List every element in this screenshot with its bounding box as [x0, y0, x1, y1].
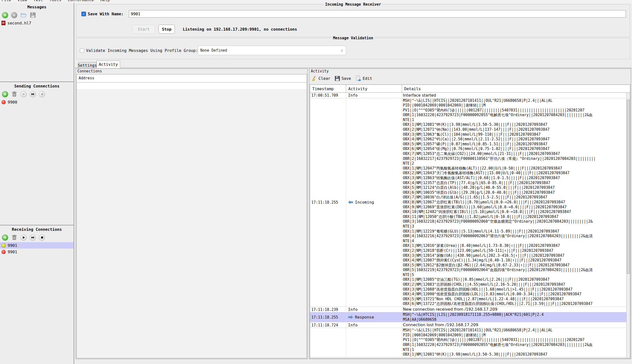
- details-cell: Interface started: [402, 92, 630, 98]
- connection-status-icon: [2, 244, 6, 248]
- details-line: OBX|3|NM|12014^尿酸(UA)||438.90|μmol/L|202…: [402, 253, 630, 258]
- receiving-connection-item[interactable]: 9901: [0, 242, 74, 248]
- hl7-file-icon: H7: [2, 21, 6, 25]
- details-line: NTE|1: [402, 348, 630, 352]
- open-folder-icon[interactable]: [20, 12, 27, 18]
- activity-cell: Incoming: [346, 98, 402, 307]
- activity-row[interactable]: 17:11:18.255ResponseMSH|^~\&|HTCIS||LIS|…: [310, 312, 630, 322]
- sending-connection-item[interactable]: 9900: [0, 99, 74, 105]
- activity-row[interactable]: 17:11:18.239InfoNew connection received …: [310, 307, 630, 312]
- tab-activity[interactable]: Activity: [97, 60, 120, 68]
- stop-connection-icon[interactable]: [39, 91, 45, 97]
- details-line: OBX|7|NM|10036^白/球比值(A/G)||1.65||1.5-2.5…: [402, 195, 630, 200]
- activity-type-label: Response: [355, 315, 374, 320]
- save-with-name-label: Save With Name:: [88, 12, 124, 16]
- activity-row[interactable]: 17:00:51.709InfoInterface started: [310, 92, 630, 98]
- validation-row: Validate Incoming Messages Using Profile…: [80, 46, 627, 55]
- timestamp-cell: 17:00:51.709: [310, 92, 346, 98]
- menu-item-help[interactable]: Help: [100, 0, 110, 2]
- stop-receiver-icon[interactable]: [39, 234, 45, 241]
- details-line: OBX|1|NM|12219^葡萄糖(GLU)||5.13|mmol/L|4.1…: [402, 229, 630, 234]
- menu-item-tools[interactable]: Tools: [50, 0, 61, 2]
- message-file-item[interactable]: H7second.hl7: [0, 20, 74, 26]
- messages-toolbar: + ✕: [0, 10, 74, 20]
- activity-cell: Info: [346, 307, 402, 312]
- tab-settings[interactable]: Settings: [78, 62, 97, 68]
- menu-item-file[interactable]: File: [2, 0, 11, 2]
- connections-pane-title: Connections: [76, 69, 307, 74]
- details-line: MSH|^~\&|LIS||HTCIS||20201207101411||OUL…: [402, 98, 630, 103]
- vertical-scrollbar[interactable]: [626, 93, 630, 358]
- details-line: OBX|11|NM|12050^总胆汁酸(TBA)||1.82|μmol/L|0…: [402, 214, 630, 220]
- details-line: OBX|5|NM|12012^β2微球蛋白(β2-MG)||2.64|mg/L|…: [402, 263, 630, 268]
- timestamp-cell: [310, 328, 346, 357]
- edit-document-icon: [356, 76, 361, 81]
- clear-button[interactable]: Clear: [311, 76, 330, 81]
- menu-item-test[interactable]: Test: [33, 0, 43, 2]
- listening-status-text: Listening on 192.168.17.209:9901, no con…: [183, 27, 297, 32]
- details-line: OBR|4|16032216|4237929723|F00000092063^肾…: [402, 234, 630, 239]
- messages-panel-title: Messages: [0, 3, 74, 10]
- details-cell: MSH|^~\&|LIS||HTCIS||20201207101411||OUL…: [402, 98, 630, 307]
- details-line: OBX|10|NM|12482^间接胆红素(IBil)||5.10|μmol/L…: [402, 210, 630, 214]
- start-all-receivers-icon[interactable]: [30, 234, 36, 241]
- trash-icon[interactable]: [11, 234, 18, 241]
- add-message-icon[interactable]: +: [2, 12, 8, 18]
- connection-status-icon: [2, 250, 6, 254]
- receiving-connection-item[interactable]: 9901: [0, 248, 74, 255]
- connections-pane: Connections Address: [76, 68, 308, 359]
- details-column-header[interactable]: Details: [402, 85, 630, 92]
- add-connection-icon[interactable]: +: [2, 91, 8, 97]
- sidebar: Messages + ✕ H7second.hl7 Sending Connec…: [0, 3, 74, 364]
- tab-content: Connections Address Activity Clear: [75, 68, 632, 360]
- activity-row[interactable]: 17:11:18.255IncomingMSH|^~\&|LIS||HTCIS|…: [310, 98, 630, 307]
- details-line: OBX|3|NM|12863^转氨酶比值(AST/ALT)||0.68||1.0…: [402, 176, 630, 181]
- group-title: Message Validation: [332, 36, 375, 40]
- start-stop-row: Start Stop Listening on 192.168.17.209:9…: [132, 24, 297, 34]
- start-receiver-icon[interactable]: [21, 234, 27, 241]
- stop-button[interactable]: Stop: [159, 25, 175, 34]
- chevron-down-icon: ∨: [341, 48, 343, 53]
- address-column-header[interactable]: Address: [77, 74, 307, 82]
- activity-cell: Info: [346, 322, 402, 328]
- start-all-connections-icon[interactable]: [30, 91, 36, 97]
- list-item-label: second.hl7: [8, 21, 31, 26]
- details-line: OBX|3|NM|12063^氯(Cl)||104|mmol/L|99-110|…: [402, 132, 630, 137]
- details-line: OBX|2|NM|12018^肌酐(Cr)||123.00|μmol/L|59-…: [402, 248, 630, 253]
- sending-connections-title: Sending Connections: [0, 82, 74, 88]
- start-button[interactable]: Start: [132, 25, 155, 34]
- details-line: OBX|2|NM|12071^钠(Na)||143.00|mmol/L|137-…: [402, 127, 630, 132]
- activity-row[interactable]: 17:11:18.724InfoConnection lost from /19…: [310, 322, 630, 328]
- details-line: OBX|2|NM|12083^总胆固醇(CHOL)||4.55|mmol/L|2…: [402, 282, 630, 287]
- menu-item-conformance[interactable]: Conformance: [68, 0, 94, 2]
- save-name-input[interactable]: [129, 10, 626, 18]
- start-connection-icon[interactable]: [21, 91, 27, 97]
- receiving-connections-panel: Receiving Connections + 99019901: [0, 225, 74, 255]
- details-cell: Connection lost from /192.168.17.209: [402, 322, 630, 328]
- details-line: OBX|6|NM|10035^球蛋白(Glb)||29.20|g/L|20.0-…: [402, 190, 630, 195]
- scrollbar-thumb[interactable]: [627, 100, 630, 274]
- details-line: MSA|AA|U6680658: [402, 317, 630, 322]
- details-cell: MSH|^~\&|HTCIS||LIS||20230918171118.255+…: [402, 312, 630, 322]
- trash-icon[interactable]: [11, 91, 18, 97]
- details-line: OBX|1|NM|12085^甘油三酯(TG)||0.85|mmol/L|2.2…: [402, 277, 630, 282]
- save-activity-button[interactable]: Save: [335, 76, 351, 81]
- profile-group-dropdown[interactable]: None Defined ∨: [198, 46, 346, 55]
- details-line: OBX|7|NM|12053^总二氧化碳(CO2)||24.00|mmol/L|…: [402, 152, 630, 156]
- main-area: Incoming Message Receiver ✓ Save With Na…: [75, 3, 632, 364]
- sending-connections-list: 9900: [0, 99, 74, 105]
- activity-row[interactable]: MSH|^~\&|LIS||HTCIS||20201207101411||OUL…: [310, 328, 630, 357]
- save-with-name-checkbox[interactable]: ✓: [81, 12, 86, 16]
- details-line: OBX|1|NM|12016^尿素(Urea)||8.40|mmol/L|1.7…: [402, 244, 630, 248]
- timestamp-column-header[interactable]: Timestamp: [310, 85, 346, 92]
- menu-item-view[interactable]: View: [18, 0, 27, 2]
- timestamp-cell: 17:11:18.255: [310, 98, 346, 307]
- details-line: OBX|1|NM|12047^丙氨酸氨基转移酶(ALT)||22.00|U/L|…: [402, 166, 630, 171]
- timestamp-cell: 17:11:18.255: [310, 312, 346, 322]
- edit-activity-button[interactable]: Edit: [356, 76, 372, 81]
- save-message-icon[interactable]: [30, 12, 36, 18]
- add-receiver-icon[interactable]: +: [2, 234, 8, 241]
- validate-checkbox[interactable]: [80, 48, 84, 53]
- remove-message-icon[interactable]: ✕: [11, 12, 17, 18]
- activity-column-header[interactable]: Activity: [346, 85, 402, 92]
